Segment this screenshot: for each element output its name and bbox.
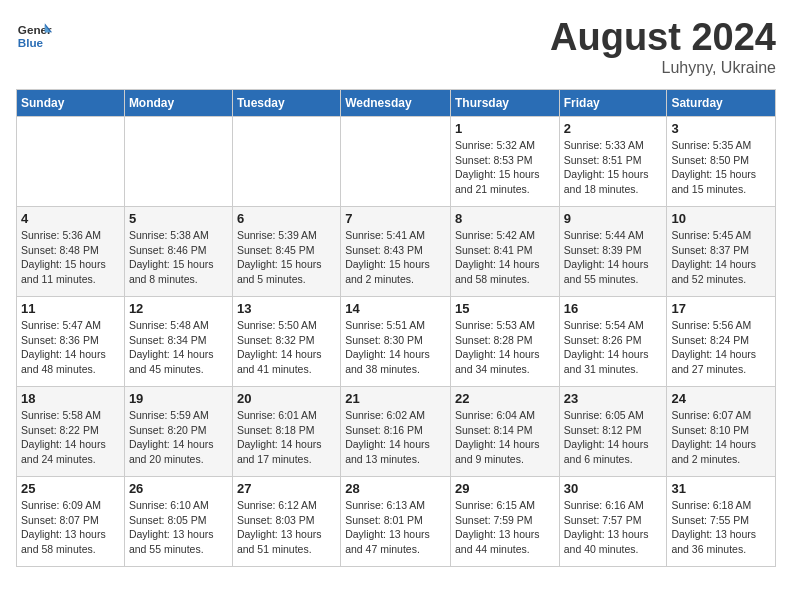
calendar-cell: 31Sunrise: 6:18 AM Sunset: 7:55 PM Dayli… xyxy=(667,477,776,567)
day-info: Sunrise: 6:15 AM Sunset: 7:59 PM Dayligh… xyxy=(455,498,555,557)
day-info: Sunrise: 5:51 AM Sunset: 8:30 PM Dayligh… xyxy=(345,318,446,377)
day-number: 27 xyxy=(237,481,336,496)
calendar-cell xyxy=(232,117,340,207)
calendar-cell: 25Sunrise: 6:09 AM Sunset: 8:07 PM Dayli… xyxy=(17,477,125,567)
week-row-5: 25Sunrise: 6:09 AM Sunset: 8:07 PM Dayli… xyxy=(17,477,776,567)
day-info: Sunrise: 5:38 AM Sunset: 8:46 PM Dayligh… xyxy=(129,228,228,287)
calendar-cell: 22Sunrise: 6:04 AM Sunset: 8:14 PM Dayli… xyxy=(450,387,559,477)
day-number: 19 xyxy=(129,391,228,406)
calendar-cell: 19Sunrise: 5:59 AM Sunset: 8:20 PM Dayli… xyxy=(124,387,232,477)
calendar-cell: 30Sunrise: 6:16 AM Sunset: 7:57 PM Dayli… xyxy=(559,477,667,567)
day-info: Sunrise: 5:58 AM Sunset: 8:22 PM Dayligh… xyxy=(21,408,120,467)
day-number: 1 xyxy=(455,121,555,136)
day-number: 22 xyxy=(455,391,555,406)
title-block: August 2024 Luhyny, Ukraine xyxy=(550,16,776,77)
day-number: 11 xyxy=(21,301,120,316)
calendar-cell: 4Sunrise: 5:36 AM Sunset: 8:48 PM Daylig… xyxy=(17,207,125,297)
day-info: Sunrise: 6:18 AM Sunset: 7:55 PM Dayligh… xyxy=(671,498,771,557)
day-info: Sunrise: 6:16 AM Sunset: 7:57 PM Dayligh… xyxy=(564,498,663,557)
day-number: 10 xyxy=(671,211,771,226)
calendar-title: August 2024 xyxy=(550,16,776,59)
week-row-1: 1Sunrise: 5:32 AM Sunset: 8:53 PM Daylig… xyxy=(17,117,776,207)
calendar-cell: 8Sunrise: 5:42 AM Sunset: 8:41 PM Daylig… xyxy=(450,207,559,297)
day-number: 15 xyxy=(455,301,555,316)
calendar-cell: 21Sunrise: 6:02 AM Sunset: 8:16 PM Dayli… xyxy=(341,387,451,477)
calendar-cell: 11Sunrise: 5:47 AM Sunset: 8:36 PM Dayli… xyxy=(17,297,125,387)
weekday-thursday: Thursday xyxy=(450,90,559,117)
calendar-cell: 17Sunrise: 5:56 AM Sunset: 8:24 PM Dayli… xyxy=(667,297,776,387)
day-number: 13 xyxy=(237,301,336,316)
day-number: 30 xyxy=(564,481,663,496)
logo-icon: General Blue xyxy=(16,16,52,52)
day-number: 8 xyxy=(455,211,555,226)
day-info: Sunrise: 5:59 AM Sunset: 8:20 PM Dayligh… xyxy=(129,408,228,467)
day-info: Sunrise: 6:04 AM Sunset: 8:14 PM Dayligh… xyxy=(455,408,555,467)
calendar-cell xyxy=(124,117,232,207)
day-info: Sunrise: 5:54 AM Sunset: 8:26 PM Dayligh… xyxy=(564,318,663,377)
day-number: 7 xyxy=(345,211,446,226)
day-info: Sunrise: 5:36 AM Sunset: 8:48 PM Dayligh… xyxy=(21,228,120,287)
day-info: Sunrise: 6:07 AM Sunset: 8:10 PM Dayligh… xyxy=(671,408,771,467)
day-info: Sunrise: 6:02 AM Sunset: 8:16 PM Dayligh… xyxy=(345,408,446,467)
calendar-cell: 6Sunrise: 5:39 AM Sunset: 8:45 PM Daylig… xyxy=(232,207,340,297)
calendar-table: SundayMondayTuesdayWednesdayThursdayFrid… xyxy=(16,89,776,567)
day-info: Sunrise: 6:13 AM Sunset: 8:01 PM Dayligh… xyxy=(345,498,446,557)
calendar-cell: 23Sunrise: 6:05 AM Sunset: 8:12 PM Dayli… xyxy=(559,387,667,477)
day-number: 3 xyxy=(671,121,771,136)
calendar-cell: 14Sunrise: 5:51 AM Sunset: 8:30 PM Dayli… xyxy=(341,297,451,387)
day-number: 31 xyxy=(671,481,771,496)
day-number: 23 xyxy=(564,391,663,406)
day-info: Sunrise: 5:33 AM Sunset: 8:51 PM Dayligh… xyxy=(564,138,663,197)
day-number: 6 xyxy=(237,211,336,226)
calendar-cell: 13Sunrise: 5:50 AM Sunset: 8:32 PM Dayli… xyxy=(232,297,340,387)
day-info: Sunrise: 5:42 AM Sunset: 8:41 PM Dayligh… xyxy=(455,228,555,287)
calendar-cell: 3Sunrise: 5:35 AM Sunset: 8:50 PM Daylig… xyxy=(667,117,776,207)
day-number: 17 xyxy=(671,301,771,316)
calendar-cell: 12Sunrise: 5:48 AM Sunset: 8:34 PM Dayli… xyxy=(124,297,232,387)
calendar-body: 1Sunrise: 5:32 AM Sunset: 8:53 PM Daylig… xyxy=(17,117,776,567)
calendar-cell: 24Sunrise: 6:07 AM Sunset: 8:10 PM Dayli… xyxy=(667,387,776,477)
day-info: Sunrise: 5:45 AM Sunset: 8:37 PM Dayligh… xyxy=(671,228,771,287)
weekday-monday: Monday xyxy=(124,90,232,117)
weekday-sunday: Sunday xyxy=(17,90,125,117)
calendar-cell: 18Sunrise: 5:58 AM Sunset: 8:22 PM Dayli… xyxy=(17,387,125,477)
day-info: Sunrise: 5:44 AM Sunset: 8:39 PM Dayligh… xyxy=(564,228,663,287)
weekday-wednesday: Wednesday xyxy=(341,90,451,117)
calendar-cell: 27Sunrise: 6:12 AM Sunset: 8:03 PM Dayli… xyxy=(232,477,340,567)
calendar-location: Luhyny, Ukraine xyxy=(550,59,776,77)
calendar-cell: 26Sunrise: 6:10 AM Sunset: 8:05 PM Dayli… xyxy=(124,477,232,567)
day-number: 12 xyxy=(129,301,228,316)
calendar-cell: 16Sunrise: 5:54 AM Sunset: 8:26 PM Dayli… xyxy=(559,297,667,387)
day-info: Sunrise: 5:56 AM Sunset: 8:24 PM Dayligh… xyxy=(671,318,771,377)
day-number: 9 xyxy=(564,211,663,226)
weekday-saturday: Saturday xyxy=(667,90,776,117)
day-number: 24 xyxy=(671,391,771,406)
day-number: 18 xyxy=(21,391,120,406)
day-number: 14 xyxy=(345,301,446,316)
day-info: Sunrise: 6:05 AM Sunset: 8:12 PM Dayligh… xyxy=(564,408,663,467)
day-number: 20 xyxy=(237,391,336,406)
calendar-cell xyxy=(341,117,451,207)
calendar-cell xyxy=(17,117,125,207)
day-number: 28 xyxy=(345,481,446,496)
calendar-cell: 1Sunrise: 5:32 AM Sunset: 8:53 PM Daylig… xyxy=(450,117,559,207)
day-number: 4 xyxy=(21,211,120,226)
calendar-cell: 10Sunrise: 5:45 AM Sunset: 8:37 PM Dayli… xyxy=(667,207,776,297)
day-number: 2 xyxy=(564,121,663,136)
weekday-friday: Friday xyxy=(559,90,667,117)
day-number: 16 xyxy=(564,301,663,316)
weekday-tuesday: Tuesday xyxy=(232,90,340,117)
day-info: Sunrise: 5:41 AM Sunset: 8:43 PM Dayligh… xyxy=(345,228,446,287)
day-info: Sunrise: 6:10 AM Sunset: 8:05 PM Dayligh… xyxy=(129,498,228,557)
day-info: Sunrise: 5:39 AM Sunset: 8:45 PM Dayligh… xyxy=(237,228,336,287)
week-row-4: 18Sunrise: 5:58 AM Sunset: 8:22 PM Dayli… xyxy=(17,387,776,477)
day-info: Sunrise: 5:35 AM Sunset: 8:50 PM Dayligh… xyxy=(671,138,771,197)
day-info: Sunrise: 5:50 AM Sunset: 8:32 PM Dayligh… xyxy=(237,318,336,377)
calendar-cell: 28Sunrise: 6:13 AM Sunset: 8:01 PM Dayli… xyxy=(341,477,451,567)
svg-text:Blue: Blue xyxy=(18,36,44,49)
day-number: 21 xyxy=(345,391,446,406)
week-row-2: 4Sunrise: 5:36 AM Sunset: 8:48 PM Daylig… xyxy=(17,207,776,297)
page-header: General Blue August 2024 Luhyny, Ukraine xyxy=(16,16,776,77)
day-info: Sunrise: 5:47 AM Sunset: 8:36 PM Dayligh… xyxy=(21,318,120,377)
day-number: 5 xyxy=(129,211,228,226)
